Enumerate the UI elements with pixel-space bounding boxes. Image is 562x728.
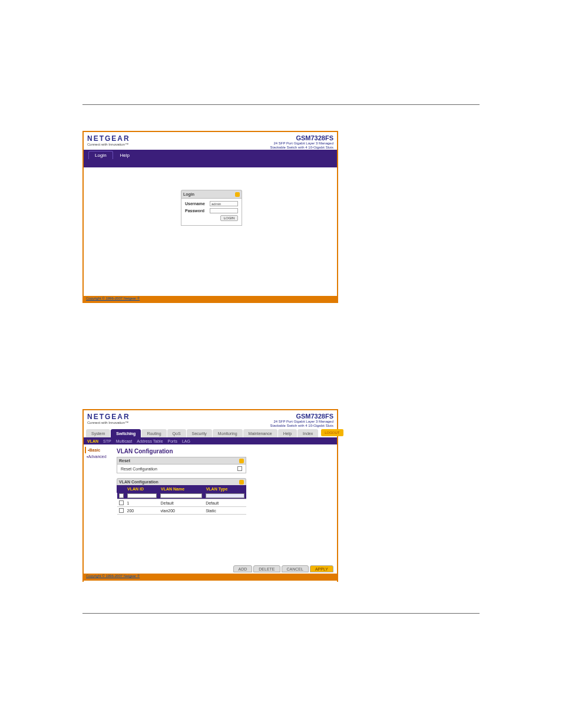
tab-qos[interactable]: QoS bbox=[167, 429, 186, 437]
model-desc-2: Stackable Switch with 4 10-Gigabit Slots bbox=[270, 146, 333, 150]
tab-help2[interactable]: Help bbox=[278, 429, 297, 437]
subtab-lag[interactable]: LAG bbox=[182, 439, 190, 443]
vlan-table-header: VLAN Configuration bbox=[117, 478, 246, 485]
subtab-multicast[interactable]: Multicast bbox=[116, 439, 133, 443]
login-btn-row: LOGIN bbox=[185, 215, 238, 221]
help-icon[interactable] bbox=[239, 459, 244, 463]
col-vlan-name[interactable]: VLAN Name bbox=[158, 486, 204, 493]
brand-tagline: Connect with Innovation™ bbox=[87, 143, 130, 146]
cancel-button[interactable]: CANCEL bbox=[282, 565, 309, 572]
username-row: Username admin bbox=[185, 201, 238, 206]
screenshot-vlan: NETGEAR Connect with Innovation™ GSM7328… bbox=[82, 409, 338, 582]
vlan-name-input[interactable] bbox=[160, 493, 202, 498]
cell-vlan-type: Default bbox=[204, 499, 246, 507]
vlan-id-input[interactable] bbox=[127, 493, 157, 498]
vlan-table-panel: VLAN Configuration VLAN ID VLAN Name VLA… bbox=[117, 478, 246, 515]
reset-config-checkbox[interactable] bbox=[237, 466, 242, 471]
tab-bar: Login Help bbox=[84, 150, 337, 159]
subtab-stp[interactable]: STP bbox=[103, 439, 111, 443]
cell-vlan-name: vlan200 bbox=[158, 507, 204, 515]
reset-panel: Reset Reset Configuration bbox=[117, 457, 246, 473]
tab-maintenance[interactable]: Maintenance bbox=[243, 429, 277, 437]
tab-routing[interactable]: Routing bbox=[141, 429, 166, 437]
model-name: GSM7328FS bbox=[270, 134, 333, 141]
table-input-row bbox=[117, 493, 246, 499]
tab-index[interactable]: Index bbox=[297, 429, 318, 437]
footer-bar-2: Copyright © 1996-2007 Netgear ® bbox=[84, 574, 337, 581]
brand-logo-text: NETGEAR bbox=[87, 134, 130, 143]
help-icon[interactable] bbox=[239, 480, 244, 485]
screenshot-login: NETGEAR Connect with Innovation™ GSM7328… bbox=[82, 131, 338, 303]
subtab-address-table[interactable]: Address Table bbox=[137, 439, 163, 443]
vlan-table: VLAN ID VLAN Name VLAN Type 1 bbox=[117, 485, 246, 515]
reset-panel-header: Reset bbox=[117, 457, 246, 465]
login-box-header: Login bbox=[181, 190, 242, 198]
header-row-2: NETGEAR Connect with Innovation™ GSM7328… bbox=[84, 410, 337, 428]
brand-tagline-2: Connect with Innovation™ bbox=[87, 421, 130, 424]
username-label: Username bbox=[185, 202, 207, 206]
main-tab-bar: System Switching Routing QoS Security Mo… bbox=[84, 428, 337, 437]
row-checkbox[interactable] bbox=[119, 508, 124, 513]
tab-system[interactable]: System bbox=[86, 429, 110, 437]
tab-monitoring[interactable]: Monitoring bbox=[213, 429, 243, 437]
copyright-text[interactable]: Copyright © 1996-2007 Netgear ® bbox=[84, 296, 337, 301]
table-row: 1 Default Default bbox=[117, 499, 246, 507]
username-input[interactable]: admin bbox=[210, 201, 238, 206]
login-box-body: Username admin Password LOGIN bbox=[181, 198, 242, 226]
main-area: VLAN Configuration Reset Reset Configura… bbox=[117, 444, 337, 582]
password-label: Password bbox=[185, 209, 207, 213]
password-row: Password bbox=[185, 208, 238, 213]
model-desc-1b: 24 SFP Port Gigabit Layer 3 Managed bbox=[270, 420, 333, 424]
model-block-2: GSM7328FS 24 SFP Port Gigabit Layer 3 Ma… bbox=[270, 413, 333, 426]
login-box: Login Username admin Password LOGIN bbox=[181, 190, 242, 226]
tab-security[interactable]: Security bbox=[187, 429, 212, 437]
reset-config-label: Reset Configuration bbox=[121, 467, 157, 471]
cell-vlan-id: 1 bbox=[125, 499, 159, 507]
col-vlan-id[interactable]: VLAN ID bbox=[125, 486, 159, 493]
brand-logo-text-2: NETGEAR bbox=[87, 413, 130, 421]
tab-login[interactable]: Login bbox=[88, 151, 113, 159]
table-header-row: VLAN ID VLAN Name VLAN Type bbox=[117, 486, 246, 493]
add-button[interactable]: ADD bbox=[233, 565, 253, 572]
help-icon[interactable] bbox=[235, 192, 240, 197]
login-content: Login Username admin Password LOGIN bbox=[84, 167, 337, 296]
brand-block: NETGEAR Connect with Innovation™ bbox=[87, 134, 130, 147]
tab-switching[interactable]: Switching bbox=[111, 429, 141, 437]
login-box-title: Login bbox=[183, 192, 194, 196]
footer-bar: Copyright © 1996-2007 Netgear ® bbox=[84, 296, 337, 303]
apply-button[interactable]: APPLY bbox=[310, 565, 333, 572]
copyright-text-2[interactable]: Copyright © 1996-2007 Netgear ® bbox=[84, 574, 337, 578]
subtab-vlan[interactable]: VLAN bbox=[87, 439, 98, 443]
reset-panel-title: Reset bbox=[119, 459, 130, 463]
sidenav-advanced[interactable]: •Advanced bbox=[85, 453, 115, 460]
side-nav: •Basic •Advanced bbox=[84, 444, 117, 582]
reset-panel-body: Reset Configuration bbox=[117, 465, 246, 473]
ribbon-bar bbox=[84, 159, 337, 167]
top-horizontal-rule bbox=[82, 104, 480, 105]
section-title: VLAN Configuration bbox=[117, 447, 337, 457]
header-row: NETGEAR Connect with Innovation™ GSM7328… bbox=[84, 132, 337, 150]
subtab-ports[interactable]: Ports bbox=[168, 439, 177, 443]
cell-vlan-name: Default bbox=[158, 499, 204, 507]
model-block: GSM7328FS 24 SFP Port Gigabit Layer 3 Ma… bbox=[270, 134, 333, 147]
login-button[interactable]: LOGIN bbox=[220, 215, 238, 221]
logout-button[interactable]: LOGOUT bbox=[321, 429, 343, 436]
row-checkbox[interactable] bbox=[119, 500, 124, 505]
vlan-table-title: VLAN Configuration bbox=[119, 480, 158, 484]
model-desc-1: 24 SFP Port Gigabit Layer 3 Managed bbox=[270, 141, 333, 146]
sub-tab-bar: VLAN STP Multicast Address Table Ports L… bbox=[84, 437, 337, 444]
col-vlan-type[interactable]: VLAN Type bbox=[204, 486, 246, 493]
cell-vlan-id: 200 bbox=[125, 507, 159, 515]
body-split: •Basic •Advanced VLAN Configuration Rese… bbox=[84, 444, 337, 582]
brand-block-2: NETGEAR Connect with Innovation™ bbox=[87, 413, 130, 426]
delete-button[interactable]: DELETE bbox=[253, 565, 280, 572]
password-input[interactable] bbox=[210, 208, 238, 213]
model-name-2: GSM7328FS bbox=[270, 413, 333, 420]
cell-vlan-type: Static bbox=[204, 507, 246, 515]
tab-help[interactable]: Help bbox=[114, 151, 135, 159]
select-all-checkbox[interactable] bbox=[119, 493, 124, 498]
sidenav-basic[interactable]: •Basic bbox=[85, 447, 115, 453]
model-desc-2b: Stackable Switch with 4 10-Gigabit Slots bbox=[270, 424, 333, 428]
action-row: ADD DELETE CANCEL APPLY bbox=[233, 565, 333, 572]
vlan-type-select[interactable] bbox=[206, 493, 244, 498]
